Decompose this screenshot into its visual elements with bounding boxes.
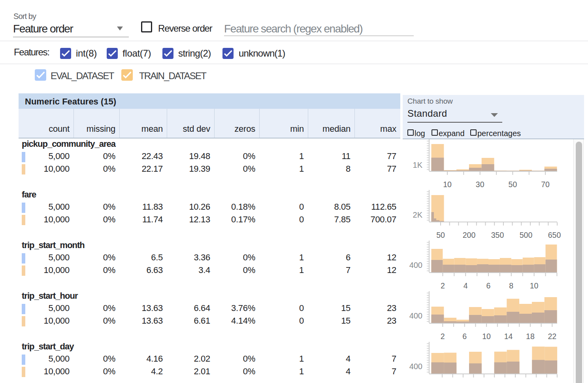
- svg-text:350: 350: [491, 231, 504, 239]
- svg-text:14: 14: [504, 332, 513, 341]
- svg-text:400: 400: [409, 261, 422, 269]
- svg-text:10: 10: [443, 180, 452, 189]
- svg-text:2K: 2K: [413, 210, 423, 219]
- svg-text:10: 10: [530, 281, 539, 290]
- svg-text:10: 10: [482, 332, 491, 341]
- svg-text:2: 2: [441, 332, 445, 341]
- svg-text:6: 6: [486, 281, 491, 290]
- svg-text:18: 18: [526, 332, 535, 341]
- svg-text:650: 650: [548, 231, 561, 239]
- svg-text:22: 22: [548, 332, 556, 341]
- svg-text:2: 2: [441, 281, 445, 290]
- svg-text:50: 50: [509, 180, 517, 189]
- svg-text:4: 4: [464, 281, 468, 290]
- svg-text:1K: 1K: [413, 161, 423, 169]
- svg-text:400: 400: [409, 311, 422, 320]
- svg-text:500: 500: [520, 231, 533, 239]
- svg-text:200: 200: [463, 231, 476, 239]
- svg-text:400: 400: [409, 362, 422, 371]
- svg-text:8: 8: [509, 281, 513, 290]
- svg-text:6: 6: [462, 332, 467, 341]
- svg-text:70: 70: [541, 180, 550, 189]
- svg-text:50: 50: [436, 231, 445, 239]
- svg-text:30: 30: [476, 180, 484, 189]
